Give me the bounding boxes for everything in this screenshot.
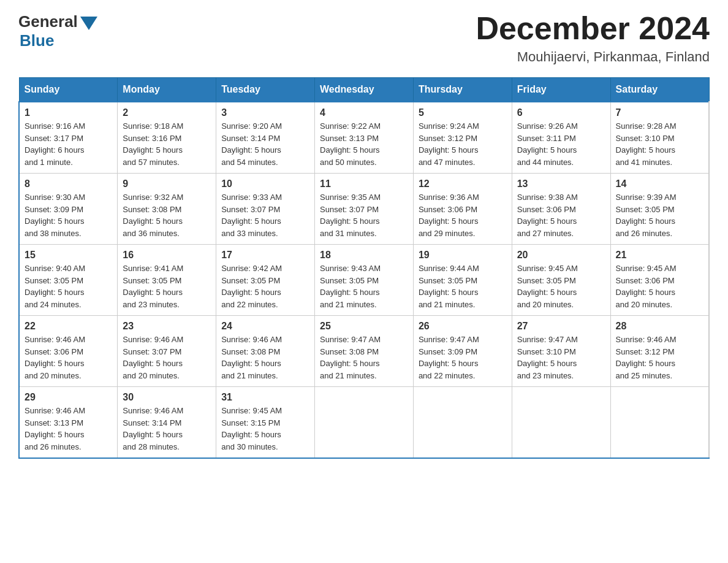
day-number: 24 — [221, 321, 309, 332]
calendar-cell: 27Sunrise: 9:47 AMSunset: 3:10 PMDayligh… — [512, 316, 610, 387]
day-number: 23 — [123, 321, 211, 332]
day-info: Sunrise: 9:47 AMSunset: 3:10 PMDaylight:… — [517, 334, 605, 381]
day-info: Sunrise: 9:24 AMSunset: 3:12 PMDaylight:… — [419, 120, 507, 168]
day-number: 26 — [419, 321, 507, 332]
calendar-cell: 10Sunrise: 9:33 AMSunset: 3:07 PMDayligh… — [216, 174, 315, 245]
day-number: 16 — [123, 250, 211, 261]
day-number: 18 — [320, 250, 408, 261]
calendar-cell — [315, 387, 414, 459]
day-number: 15 — [25, 250, 112, 261]
day-info: Sunrise: 9:45 AMSunset: 3:06 PMDaylight:… — [616, 262, 703, 310]
calendar-cell: 19Sunrise: 9:44 AMSunset: 3:05 PMDayligh… — [413, 245, 512, 316]
header-wednesday: Wednesday — [315, 78, 414, 102]
day-number: 11 — [320, 178, 408, 190]
day-number: 1 — [25, 107, 112, 118]
day-info: Sunrise: 9:46 AMSunset: 3:12 PMDaylight:… — [616, 334, 703, 381]
day-number: 8 — [25, 178, 112, 190]
calendar-cell: 26Sunrise: 9:47 AMSunset: 3:09 PMDayligh… — [413, 316, 512, 387]
calendar-cell — [512, 387, 610, 459]
calendar-cell: 16Sunrise: 9:41 AMSunset: 3:05 PMDayligh… — [118, 245, 216, 316]
day-info: Sunrise: 9:47 AMSunset: 3:08 PMDaylight:… — [320, 334, 408, 381]
header-sunday: Sunday — [19, 78, 118, 102]
day-info: Sunrise: 9:38 AMSunset: 3:06 PMDaylight:… — [517, 191, 605, 239]
day-info: Sunrise: 9:16 AMSunset: 3:17 PMDaylight:… — [25, 120, 112, 168]
title-section: December 2024 Mouhijaervi, Pirkanmaa, Fi… — [476, 12, 710, 65]
day-number: 20 — [517, 250, 605, 261]
calendar-week-row: 29Sunrise: 9:46 AMSunset: 3:13 PMDayligh… — [19, 387, 709, 459]
day-info: Sunrise: 9:35 AMSunset: 3:07 PMDaylight:… — [320, 191, 408, 239]
day-info: Sunrise: 9:45 AMSunset: 3:15 PMDaylight:… — [221, 405, 309, 453]
day-number: 31 — [221, 392, 309, 403]
day-number: 4 — [320, 107, 408, 118]
day-number: 13 — [517, 178, 605, 190]
calendar-cell: 17Sunrise: 9:42 AMSunset: 3:05 PMDayligh… — [216, 245, 315, 316]
day-info: Sunrise: 9:33 AMSunset: 3:07 PMDaylight:… — [221, 191, 309, 239]
calendar-cell: 6Sunrise: 9:26 AMSunset: 3:11 PMDaylight… — [512, 102, 610, 174]
day-info: Sunrise: 9:46 AMSunset: 3:13 PMDaylight:… — [25, 405, 112, 453]
day-info: Sunrise: 9:47 AMSunset: 3:09 PMDaylight:… — [419, 334, 507, 381]
calendar-cell: 18Sunrise: 9:43 AMSunset: 3:05 PMDayligh… — [315, 245, 414, 316]
calendar-cell: 15Sunrise: 9:40 AMSunset: 3:05 PMDayligh… — [19, 245, 118, 316]
calendar-cell: 20Sunrise: 9:45 AMSunset: 3:05 PMDayligh… — [512, 245, 610, 316]
month-title: December 2024 — [476, 12, 710, 44]
calendar-cell: 21Sunrise: 9:45 AMSunset: 3:06 PMDayligh… — [610, 245, 709, 316]
day-number: 21 — [616, 250, 703, 261]
day-info: Sunrise: 9:46 AMSunset: 3:06 PMDaylight:… — [25, 334, 112, 381]
day-number: 12 — [419, 178, 507, 190]
day-number: 2 — [123, 107, 211, 118]
calendar-cell: 25Sunrise: 9:47 AMSunset: 3:08 PMDayligh… — [315, 316, 414, 387]
calendar-cell: 14Sunrise: 9:39 AMSunset: 3:05 PMDayligh… — [610, 174, 709, 245]
calendar-cell: 31Sunrise: 9:45 AMSunset: 3:15 PMDayligh… — [216, 387, 315, 459]
day-info: Sunrise: 9:42 AMSunset: 3:05 PMDaylight:… — [221, 262, 309, 310]
calendar-cell: 2Sunrise: 9:18 AMSunset: 3:16 PMDaylight… — [118, 102, 216, 174]
header-saturday: Saturday — [610, 78, 709, 102]
calendar-cell: 9Sunrise: 9:32 AMSunset: 3:08 PMDaylight… — [118, 174, 216, 245]
page-header: General Blue December 2024 Mouhijaervi, … — [18, 12, 710, 65]
header-monday: Monday — [118, 78, 216, 102]
day-number: 27 — [517, 321, 605, 332]
day-number: 28 — [616, 321, 703, 332]
day-number: 14 — [616, 178, 703, 190]
calendar-table: SundayMondayTuesdayWednesdayThursdayFrid… — [18, 77, 710, 459]
calendar-cell: 13Sunrise: 9:38 AMSunset: 3:06 PMDayligh… — [512, 174, 610, 245]
day-info: Sunrise: 9:18 AMSunset: 3:16 PMDaylight:… — [123, 120, 211, 168]
calendar-cell: 23Sunrise: 9:46 AMSunset: 3:07 PMDayligh… — [118, 316, 216, 387]
day-number: 30 — [123, 392, 211, 403]
calendar-cell: 7Sunrise: 9:28 AMSunset: 3:10 PMDaylight… — [610, 102, 709, 174]
day-info: Sunrise: 9:28 AMSunset: 3:10 PMDaylight:… — [616, 120, 703, 168]
header-thursday: Thursday — [413, 78, 512, 102]
calendar-cell: 8Sunrise: 9:30 AMSunset: 3:09 PMDaylight… — [19, 174, 118, 245]
day-number: 7 — [616, 107, 703, 118]
day-info: Sunrise: 9:45 AMSunset: 3:05 PMDaylight:… — [517, 262, 605, 310]
day-info: Sunrise: 9:44 AMSunset: 3:05 PMDaylight:… — [419, 262, 507, 310]
calendar-cell: 22Sunrise: 9:46 AMSunset: 3:06 PMDayligh… — [19, 316, 118, 387]
location-text: Mouhijaervi, Pirkanmaa, Finland — [476, 49, 710, 65]
calendar-cell: 12Sunrise: 9:36 AMSunset: 3:06 PMDayligh… — [413, 174, 512, 245]
calendar-cell: 3Sunrise: 9:20 AMSunset: 3:14 PMDaylight… — [216, 102, 315, 174]
calendar-week-row: 1Sunrise: 9:16 AMSunset: 3:17 PMDaylight… — [19, 102, 709, 174]
day-number: 9 — [123, 178, 211, 190]
day-info: Sunrise: 9:46 AMSunset: 3:08 PMDaylight:… — [221, 334, 309, 381]
day-info: Sunrise: 9:36 AMSunset: 3:06 PMDaylight:… — [419, 191, 507, 239]
calendar-cell — [610, 387, 709, 459]
day-info: Sunrise: 9:46 AMSunset: 3:14 PMDaylight:… — [123, 405, 211, 453]
day-info: Sunrise: 9:43 AMSunset: 3:05 PMDaylight:… — [320, 262, 408, 310]
calendar-week-row: 22Sunrise: 9:46 AMSunset: 3:06 PMDayligh… — [19, 316, 709, 387]
calendar-cell: 5Sunrise: 9:24 AMSunset: 3:12 PMDaylight… — [413, 102, 512, 174]
calendar-cell: 11Sunrise: 9:35 AMSunset: 3:07 PMDayligh… — [315, 174, 414, 245]
day-info: Sunrise: 9:30 AMSunset: 3:09 PMDaylight:… — [25, 191, 112, 239]
day-number: 17 — [221, 250, 309, 261]
day-info: Sunrise: 9:40 AMSunset: 3:05 PMDaylight:… — [25, 262, 112, 310]
day-number: 10 — [221, 178, 309, 190]
day-number: 22 — [25, 321, 112, 332]
calendar-cell: 24Sunrise: 9:46 AMSunset: 3:08 PMDayligh… — [216, 316, 315, 387]
day-info: Sunrise: 9:39 AMSunset: 3:05 PMDaylight:… — [616, 191, 703, 239]
header-friday: Friday — [512, 78, 610, 102]
logo-general-text: General — [18, 12, 78, 31]
calendar-cell: 29Sunrise: 9:46 AMSunset: 3:13 PMDayligh… — [19, 387, 118, 459]
day-number: 25 — [320, 321, 408, 332]
calendar-cell: 1Sunrise: 9:16 AMSunset: 3:17 PMDaylight… — [19, 102, 118, 174]
calendar-cell — [413, 387, 512, 459]
calendar-cell: 30Sunrise: 9:46 AMSunset: 3:14 PMDayligh… — [118, 387, 216, 459]
calendar-header-row: SundayMondayTuesdayWednesdayThursdayFrid… — [19, 78, 709, 102]
